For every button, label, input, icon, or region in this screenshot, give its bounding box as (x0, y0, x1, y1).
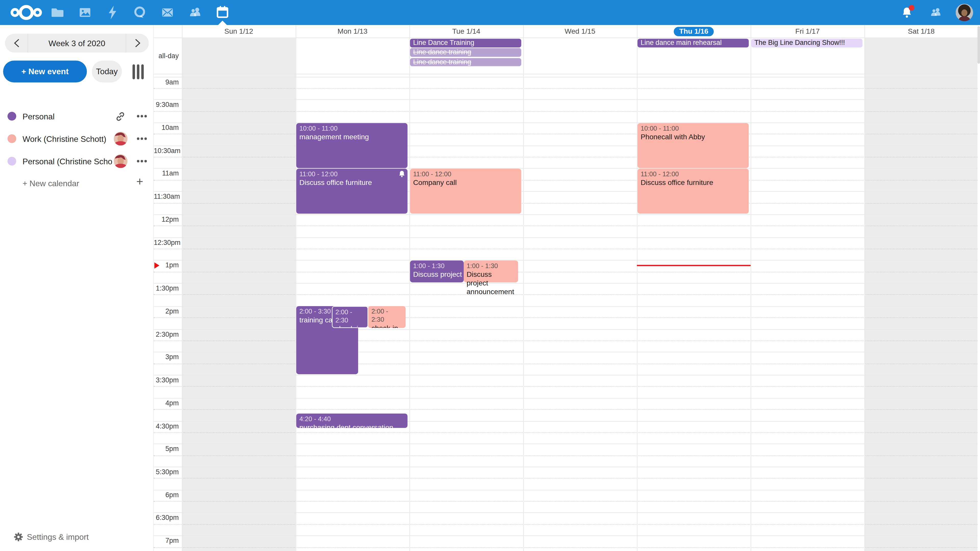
event-title: Company call (413, 178, 518, 187)
column-divider (751, 25, 751, 551)
calendar-actions-menu[interactable] (135, 110, 150, 123)
quarter-hour-line (154, 111, 977, 111)
event-card[interactable]: 11:00 - 12:00Discuss office furniture (638, 168, 749, 213)
notifications-button[interactable] (896, 0, 918, 25)
activity-app-icon[interactable] (99, 0, 126, 25)
calendar-actions-menu[interactable] (135, 154, 150, 168)
view-switcher-button[interactable] (132, 64, 144, 79)
left-sidebar: Week 3 of 2020 + New event Today Persona… (0, 25, 153, 551)
event-title: purchasing dept conversation (299, 423, 404, 428)
half-hour-line (154, 283, 977, 284)
allday-event-card[interactable]: Line dance training (410, 48, 522, 57)
previous-week-button[interactable] (5, 34, 27, 52)
quarter-hour-line (154, 501, 977, 502)
calendar-list-item[interactable]: Personal (0, 105, 153, 127)
quarter-hour-line (154, 272, 977, 272)
day-header-wed[interactable]: Wed 1/15 (523, 25, 637, 38)
allday-event-card[interactable]: The Big Line Dancing Show!!! (751, 39, 862, 47)
time-axis-label: 4pm (154, 399, 179, 407)
allday-event-card[interactable]: Line dance main rehearsal (638, 39, 749, 47)
event-time: 2:00 - 2:30 (335, 308, 364, 324)
half-hour-line (154, 513, 977, 513)
quarter-hour-line (154, 524, 977, 524)
day-header-fri[interactable]: Fri 1/17 (751, 25, 864, 38)
event-card[interactable]: 10:00 - 11:00management meeting (296, 123, 407, 168)
event-time: 11:00 - 12:00 (299, 170, 404, 178)
time-axis-label: 11am (154, 170, 179, 177)
next-week-button[interactable] (126, 34, 149, 52)
vertical-scrollbar[interactable] (977, 25, 980, 551)
event-title: Phonecall with Abby (641, 132, 746, 141)
new-calendar-button[interactable]: + New calendar+ (0, 172, 153, 195)
time-axis-label: 5pm (154, 445, 179, 452)
week-label-button[interactable]: Week 3 of 2020 (27, 34, 126, 52)
calendar-name: Work (Christine Schott) (22, 134, 113, 143)
event-card[interactable]: 11:00 - 12:00Company call (410, 168, 522, 213)
time-axis-label: 10:30am (154, 147, 179, 154)
day-header-label: Tue 1/14 (452, 27, 480, 35)
event-card[interactable]: 4:20 - 4:40purchasing dept conversation (296, 413, 407, 428)
calendar-actions-menu[interactable] (135, 132, 150, 146)
view-bar-icon (141, 64, 144, 79)
time-axis-label: 3:30pm (154, 376, 179, 383)
half-hour-line (154, 100, 977, 100)
event-title: check-in (335, 324, 364, 328)
event-title: management meeting (299, 132, 404, 141)
share-link-icon[interactable] (113, 110, 127, 123)
calendar-color-dot (7, 157, 16, 165)
time-axis-label: 11:30am (154, 192, 179, 200)
mail-app-icon[interactable] (154, 0, 181, 25)
column-divider (182, 25, 183, 551)
day-header-thu[interactable]: Thu 1/16 (637, 25, 751, 38)
current-time-arrow (154, 262, 159, 268)
photos-app-icon[interactable] (71, 0, 99, 25)
allday-event-card[interactable]: Line Dance Training (410, 39, 522, 47)
day-header-mon[interactable]: Mon 1/13 (296, 25, 409, 38)
view-bar-icon (132, 64, 135, 79)
alarm-bell-icon (399, 170, 405, 177)
half-hour-line (154, 421, 977, 421)
calendar-app-icon[interactable] (209, 0, 236, 25)
event-card[interactable]: 1:00 - 1:30Discuss project announcement (463, 260, 518, 283)
calendar-color-dot (7, 112, 16, 121)
allday-event-title: The Big Line Dancing Show!!! (754, 39, 845, 46)
time-axis-label: 6:30pm (154, 514, 179, 521)
event-card[interactable]: 2:00 - 2:30check-in (332, 306, 368, 328)
day-header-tue[interactable]: Tue 1/14 (409, 25, 523, 38)
today-button[interactable]: Today (92, 61, 122, 83)
event-card[interactable]: 10:00 - 11:00Phonecall with Abby (638, 123, 749, 168)
user-avatar-button[interactable] (954, 0, 975, 25)
half-hour-line (154, 489, 977, 490)
day-header-label: Fri 1/17 (795, 27, 820, 35)
day-header-sun[interactable]: Sun 1/12 (182, 25, 296, 38)
column-divider (296, 25, 296, 551)
quarter-hour-line (154, 295, 977, 295)
half-hour-line (154, 444, 977, 444)
allday-event-card[interactable]: Line dance training (410, 58, 522, 66)
contacts-menu-button[interactable] (925, 0, 946, 25)
half-hour-line (154, 76, 977, 77)
calendar-list-item[interactable]: Work (Christine Schott) (0, 127, 153, 150)
event-card[interactable]: 1:00 - 1:30Discuss project announcement (410, 260, 463, 283)
files-app-icon[interactable] (44, 0, 71, 25)
talk-app-icon[interactable] (126, 0, 154, 25)
event-card[interactable]: 11:00 - 12:00Discuss office furniture (296, 168, 407, 213)
half-hour-line (154, 145, 977, 146)
new-event-button[interactable]: + New event (3, 61, 87, 83)
day-header-label: Wed 1/15 (565, 27, 595, 35)
calendar-list-item[interactable]: Personal (Christine Scho... (0, 150, 153, 172)
day-header-sat[interactable]: Sat 1/18 (864, 25, 978, 38)
time-axis-label: 10am (154, 124, 179, 131)
quarter-hour-line (154, 455, 977, 456)
owner-avatar (114, 132, 127, 146)
event-time: 1:00 - 1:30 (413, 262, 460, 270)
event-card[interactable]: 2:00 - 2:30check-in (368, 306, 405, 328)
calendar-name: Personal (22, 111, 113, 121)
nextcloud-logo[interactable] (7, 0, 45, 25)
column-divider (637, 25, 638, 551)
notification-dot (909, 5, 915, 11)
half-hour-line (154, 237, 977, 238)
contacts-app-icon[interactable] (181, 0, 209, 25)
scrollbar-thumb[interactable] (977, 26, 980, 64)
settings-import-button[interactable]: Settings & import (0, 526, 153, 547)
